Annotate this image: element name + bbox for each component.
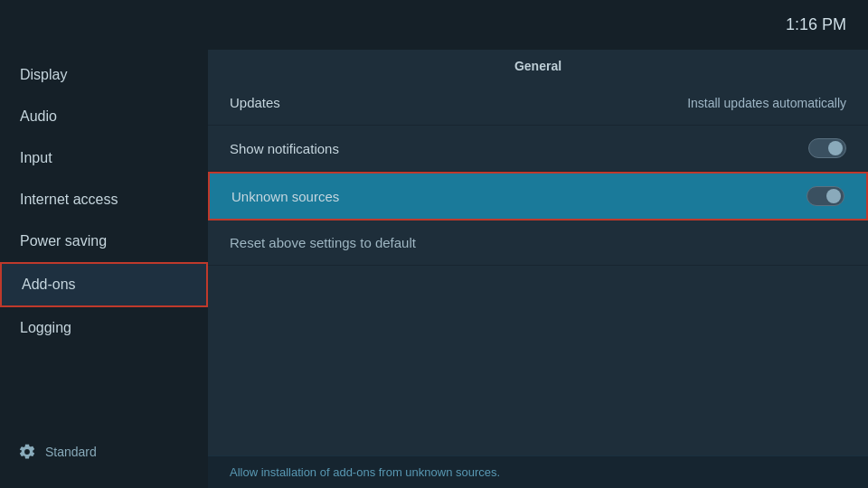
- gear-icon: [18, 443, 36, 461]
- sidebar-bottom: Standard: [0, 434, 208, 470]
- profile-label: Standard: [45, 445, 97, 459]
- sidebar-label-input: Input: [20, 150, 52, 165]
- sidebar-item-audio[interactable]: Audio: [0, 96, 208, 137]
- sidebar: Display Audio Input Internet access Powe…: [0, 0, 208, 488]
- setting-row-unknown-sources[interactable]: Unknown sources: [208, 172, 868, 221]
- sidebar-item-power-saving[interactable]: Power saving: [0, 221, 208, 262]
- sidebar-label-add-ons: Add-ons: [22, 277, 76, 292]
- toggle-knob-unknown: [826, 189, 841, 203]
- settings-list: Updates Install updates automatically Sh…: [208, 80, 868, 455]
- updates-label: Updates: [230, 95, 280, 110]
- setting-row-reset[interactable]: Reset above settings to default: [208, 221, 868, 266]
- sidebar-label-audio: Audio: [20, 108, 57, 124]
- reset-label: Reset above settings to default: [230, 235, 416, 250]
- section-header: General: [208, 50, 868, 80]
- toggle-knob: [828, 141, 843, 155]
- unknown-sources-toggle[interactable]: [807, 186, 844, 206]
- setting-row-show-notifications[interactable]: Show notifications: [208, 126, 868, 172]
- show-notifications-toggle[interactable]: [808, 138, 846, 158]
- updates-value: Install updates automatically: [687, 96, 846, 110]
- unknown-sources-label: Unknown sources: [231, 189, 339, 204]
- sidebar-item-input[interactable]: Input: [0, 137, 208, 179]
- sidebar-label-display: Display: [20, 67, 67, 82]
- sidebar-item-add-ons[interactable]: Add-ons: [0, 262, 208, 307]
- show-notifications-label: Show notifications: [230, 141, 339, 156]
- sidebar-label-internet-access: Internet access: [20, 192, 118, 207]
- sidebar-item-internet-access[interactable]: Internet access: [0, 179, 208, 221]
- sidebar-label-logging: Logging: [20, 320, 71, 335]
- sidebar-item-logging[interactable]: Logging: [0, 307, 208, 349]
- footer: Allow installation of add-ons from unkno…: [208, 455, 868, 488]
- clock: 1:16 PM: [786, 15, 846, 34]
- footer-text: Allow installation of add-ons from unkno…: [230, 465, 500, 479]
- main-content: General Updates Install updates automati…: [208, 50, 868, 488]
- sidebar-label-power-saving: Power saving: [20, 233, 107, 249]
- setting-row-updates[interactable]: Updates Install updates automatically: [208, 80, 868, 126]
- sidebar-item-display[interactable]: Display: [0, 54, 208, 96]
